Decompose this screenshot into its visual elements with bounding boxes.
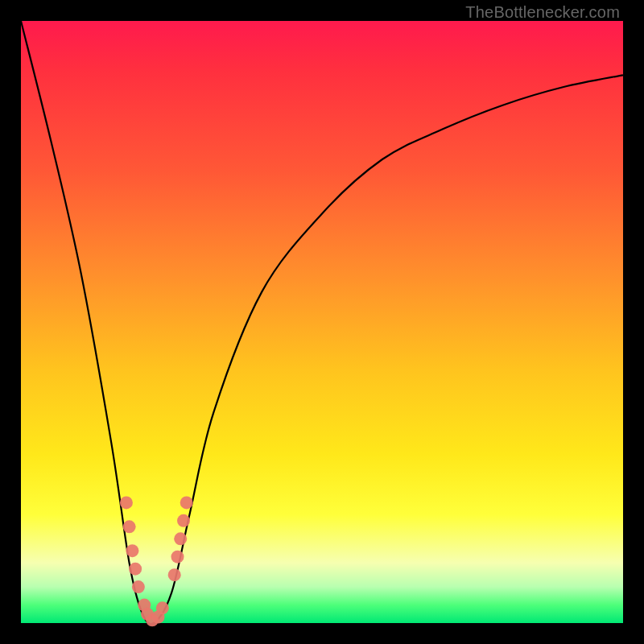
- curve-marker: [120, 496, 133, 509]
- plot-area: [21, 21, 623, 623]
- curve-marker: [180, 496, 193, 509]
- curve-marker: [156, 601, 169, 614]
- curve-marker: [126, 544, 138, 557]
- curve-marker: [132, 580, 145, 593]
- bottleneck-curve-svg: [21, 21, 623, 623]
- bottleneck-curve: [21, 21, 623, 624]
- credit-label: TheBottlenecker.com: [465, 3, 620, 22]
- curve-marker: [171, 551, 184, 564]
- curve-marker: [168, 568, 181, 581]
- chart-frame: TheBottlenecker.com: [0, 0, 644, 644]
- curve-marker: [129, 563, 142, 576]
- curve-marker: [123, 520, 136, 533]
- curve-marker: [177, 514, 190, 527]
- curve-markers: [120, 496, 193, 626]
- curve-marker: [174, 532, 187, 545]
